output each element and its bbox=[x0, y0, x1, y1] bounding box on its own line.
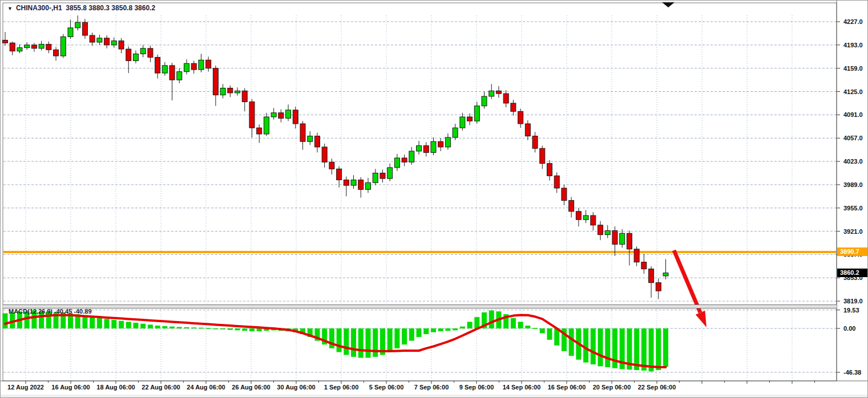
price-axis-label: 4227.0 bbox=[843, 18, 863, 26]
price-axis-label: 4159.0 bbox=[843, 64, 863, 72]
candlesticks bbox=[3, 15, 669, 299]
time-axis-label: 5 Sep 06:00 bbox=[369, 384, 404, 391]
macd-histogram bbox=[3, 310, 669, 371]
time-axis-label: 22 Sep 06:00 bbox=[638, 384, 676, 391]
time-axis-label: 7 Sep 06:00 bbox=[414, 384, 449, 391]
time-axis-label: 16 Sep 06:00 bbox=[548, 384, 586, 391]
trend-arrow-annotation[interactable] bbox=[674, 250, 706, 327]
time-axis-label: 24 Aug 06:00 bbox=[187, 384, 225, 391]
macd-indicator-label: MACD(12,26,9) -40.45 -40.89 bbox=[9, 308, 92, 315]
price-axis-label: 4125.0 bbox=[843, 88, 863, 96]
support-level-badge: 3890.7 bbox=[837, 247, 868, 256]
macd-scale-label: -46.38 bbox=[843, 368, 861, 376]
time-axis-label: 18 Aug 06:00 bbox=[96, 384, 135, 391]
price-axis-label: 3819.0 bbox=[843, 297, 863, 305]
time-axis-label: 26 Aug 06:00 bbox=[232, 384, 270, 391]
price-axis-label: 4193.0 bbox=[843, 41, 863, 49]
time-axis-label: 16 Aug 06:00 bbox=[51, 384, 90, 391]
chart-shift-marker[interactable] bbox=[662, 2, 675, 7]
macd-scale-label: 19.53 bbox=[843, 306, 859, 314]
window-bottom-edge bbox=[1, 395, 868, 398]
price-axis-label: 3921.0 bbox=[843, 228, 863, 235]
symbol-header: ▼CHINA300-,H1 3855.8 3880.3 3850.8 3860.… bbox=[7, 4, 155, 12]
time-axis-label: 30 Aug 06:00 bbox=[277, 384, 315, 391]
chart-window: ▼CHINA300-,H1 3855.8 3880.3 3850.8 3860.… bbox=[0, 0, 868, 398]
timeframe-label: ,H1 bbox=[51, 4, 62, 12]
time-axis-label: 9 Sep 06:00 bbox=[459, 384, 494, 391]
time-axis-label: 14 Sep 06:00 bbox=[503, 384, 541, 391]
ohlc-readout: 3855.8 3880.3 3850.8 3860.2 bbox=[66, 4, 155, 12]
time-axis-label: 20 Sep 06:00 bbox=[593, 384, 631, 391]
price-axis-label: 3955.0 bbox=[843, 204, 863, 212]
price-axis-label: 4023.0 bbox=[843, 157, 863, 165]
price-axis-label: 4057.0 bbox=[843, 134, 863, 142]
time-axis-label: 12 Aug 2022 bbox=[7, 384, 44, 391]
symbol-dropdown-icon[interactable]: ▼ bbox=[7, 6, 13, 11]
chart-canvas[interactable] bbox=[1, 1, 868, 398]
symbol-name: CHINA300- bbox=[16, 4, 51, 12]
price-axis-label: 4091.0 bbox=[843, 111, 863, 119]
time-axis-label: 1 Sep 06:00 bbox=[324, 384, 359, 391]
panel-separator[interactable] bbox=[3, 304, 837, 308]
time-axis-label: 22 Aug 06:00 bbox=[142, 384, 180, 391]
macd-scale-label: 0.00 bbox=[843, 324, 855, 332]
price-axis-label: 3989.0 bbox=[843, 181, 863, 189]
current-price-badge: 3860.2 bbox=[837, 269, 868, 277]
